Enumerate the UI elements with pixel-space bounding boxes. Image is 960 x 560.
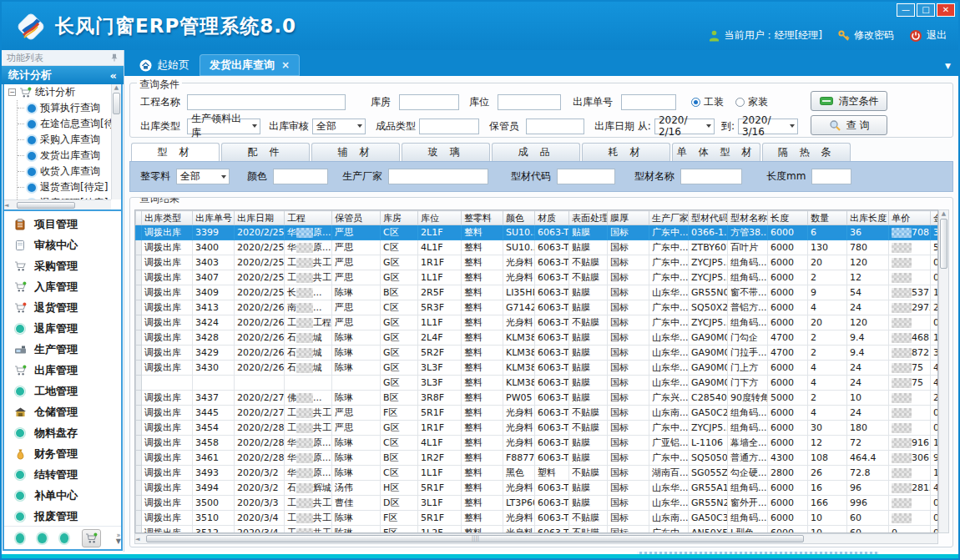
results-horizontal-scrollbar[interactable]: ◄|||| (134, 533, 938, 544)
table-row[interactable]: 调拨出库34372020/2/27佛...陈琳B区3R8F整料PW056063-… (136, 391, 939, 406)
table-row[interactable]: 调拨出库34242020/2/26工工程严思G区1L1F整料光身料6063-T5… (136, 315, 939, 330)
column-header[interactable]: 整零料 (462, 211, 503, 225)
pin-icon[interactable] (110, 53, 119, 62)
out-audit-select[interactable]: 全部 (312, 119, 366, 134)
column-header[interactable]: 材质 (535, 211, 569, 225)
material-tab[interactable]: 成 品 (492, 143, 580, 161)
tree-horizontal-scrollbar[interactable]: ◄ (4, 199, 111, 209)
column-header[interactable]: 库位 (418, 211, 462, 225)
sidebar-item[interactable]: 采购管理 (4, 255, 121, 276)
search-button[interactable]: 查 询 (811, 115, 887, 135)
table-row[interactable]: 调拨出库34302020/2/26石城陈琳G区3L3F整料KLM38176063… (136, 361, 939, 376)
table-row[interactable]: 调拨出库34282020/2/26石城陈琳G区2L4F整料KLM38176063… (136, 330, 939, 346)
profile-name-input[interactable] (680, 169, 742, 184)
tree-item[interactable]: 在途信息查询[待 (18, 116, 121, 132)
table-row[interactable]: 调拨出库35122020/3/4工共工程陈琳F区1L2F整料光身料6063-T5… (136, 526, 939, 534)
tree-expander-icon[interactable]: − (8, 88, 16, 96)
column-header[interactable]: 长度 (768, 211, 808, 225)
column-header[interactable]: 膜厚 (608, 211, 649, 225)
table-row[interactable]: 调拨出库35002020/3/3工共工程曹佳D区3L1F整料LT3P606063… (136, 496, 939, 511)
table-row[interactable]: 调拨出库34452020/2/27工共工程严思F区5R1F整料光身料6063-T… (136, 406, 939, 421)
tree-item[interactable]: 收货入库查询 (18, 164, 121, 179)
tree-item[interactable]: 发货出库查询 (18, 148, 121, 164)
table-row[interactable]: 调拨出库35102020/3/4工共工程陈琳F区5R1F整料光身料6063-T5… (136, 511, 939, 526)
material-tab[interactable]: 辅 材 (311, 143, 400, 161)
more-items-button[interactable]: »▼ (116, 532, 121, 544)
table-row[interactable]: 调拨出库34932020/3/2华原...陈琳C区1L1F整料黑色塑料不贴膜国标… (136, 466, 939, 481)
sidebar-item[interactable]: 生产管理 (4, 339, 121, 360)
column-header[interactable]: 生产厂家 (649, 211, 689, 225)
logout-link[interactable]: 退出 (909, 28, 947, 43)
tab-close-icon[interactable]: × (281, 59, 290, 71)
sidebar-item[interactable]: 入库管理 (4, 276, 121, 297)
column-header[interactable]: 库房 (381, 211, 418, 225)
column-header[interactable]: 表面处理 (569, 211, 608, 225)
homewear-radio[interactable] (735, 98, 745, 107)
close-button[interactable]: ✕ (937, 3, 955, 17)
workwear-radio[interactable] (691, 98, 700, 107)
material-tab[interactable]: 单 体 型 材 (672, 143, 760, 161)
circle-shortcut-icon[interactable] (38, 533, 46, 543)
table-row[interactable]: 调拨出库34132020/2/26南...严思C区5R3F整料G71422606… (136, 300, 939, 315)
circle-shortcut-icon[interactable] (60, 533, 68, 543)
results-vertical-scrollbar[interactable]: ▲ (938, 209, 949, 533)
tree-root[interactable]: − 统计分析 (4, 84, 121, 100)
tree-item[interactable]: 预算执行查询 (18, 100, 121, 116)
column-header[interactable]: 出库单号 (193, 211, 235, 225)
sidebar-item[interactable]: 报废管理 (4, 506, 121, 526)
location-input[interactable] (498, 94, 561, 110)
table-row[interactable]: 调拨出库34002020/2/25华原...严思C区4L1F整料SU10...6… (136, 240, 939, 255)
column-header[interactable]: 保管员 (332, 211, 381, 225)
table-row[interactable]: 调拨出库34092020/2/25长...陈琳B区2R5F整料LI35HD606… (136, 285, 939, 300)
warehouse-input[interactable] (399, 94, 459, 110)
sidebar-item[interactable]: 退货管理 (4, 297, 121, 318)
column-header[interactable]: 型材代码 (689, 211, 728, 225)
collapse-icon[interactable]: « (110, 69, 117, 82)
length-input[interactable] (811, 169, 851, 184)
date-to-picker[interactable]: 2020/ 3/16 (738, 119, 798, 134)
material-tab[interactable]: 隔 热 条 (762, 143, 851, 161)
stat-analysis-header[interactable]: 统计分析 « (2, 66, 124, 84)
maximize-button[interactable]: □ (917, 3, 935, 17)
column-header[interactable]: 单价 (889, 211, 931, 225)
sidebar-item[interactable]: 补单中心 (4, 485, 121, 506)
sidebar-item[interactable]: 结转管理 (4, 464, 121, 485)
column-header[interactable]: 工程 (285, 211, 332, 225)
sidebar-item[interactable]: 工地管理 (4, 381, 121, 401)
cart-shortcut-button[interactable] (82, 529, 101, 547)
color-input[interactable] (273, 169, 328, 184)
column-header[interactable]: 金额 (931, 211, 939, 225)
circle-shortcut-icon[interactable] (16, 533, 24, 543)
tab-home[interactable]: 起始页 (129, 54, 200, 76)
column-header[interactable]: 出库长度 (847, 211, 889, 225)
profile-code-input[interactable] (557, 169, 615, 184)
sidebar-item[interactable]: 物料盘存 (4, 422, 121, 443)
column-header[interactable]: 出库日期 (235, 211, 285, 225)
table-row[interactable]: 调拨出库34582020/2/28华原...陈琳C区4L1F整料光身料6063-… (136, 436, 939, 451)
tab-shipping-outbound-query[interactable]: 发货出库查询 × (200, 54, 300, 76)
table-row[interactable]: 调拨出库33992020/2/25华原...严思C区2L1F整料SU10...6… (136, 225, 939, 240)
material-tab[interactable]: 耗 材 (582, 143, 670, 161)
column-header[interactable]: 型材名称 (728, 211, 768, 225)
manufacturer-input[interactable] (388, 169, 488, 184)
table-row[interactable]: 调拨出库34612020/2/28华原...陈琳B区1R2F整料F8877FT6… (136, 451, 939, 466)
minimize-button[interactable]: — (897, 3, 915, 17)
column-header[interactable]: 出库类型 (142, 211, 193, 225)
product-type-input[interactable] (419, 119, 479, 134)
sidebar-item[interactable]: 项目管理 (4, 214, 121, 235)
keeper-input[interactable] (526, 119, 584, 134)
whole-part-select[interactable]: 全部 (176, 169, 230, 184)
tree-item[interactable]: 采购入库查询 (18, 132, 121, 148)
table-row[interactable]: 调拨出库34072020/2/25工共工程严思G区1L1F整料光身料6063-T… (136, 270, 939, 285)
column-header[interactable]: 颜色 (503, 211, 535, 225)
material-tab[interactable]: 配 件 (221, 143, 310, 161)
order-no-input[interactable] (621, 94, 676, 110)
tab-overflow-caret-icon[interactable]: ▼ (945, 62, 951, 70)
sidebar-item[interactable]: 出库管理 (4, 360, 121, 381)
out-type-select[interactable]: 生产领料出库 (187, 119, 260, 134)
sidebar-item[interactable]: 退库管理 (4, 318, 121, 339)
table-row[interactable]: 调拨出库34542020/2/28工共工程严思G区1R1F整料光身料6063-T… (136, 421, 939, 436)
table-row[interactable]: 调拨出库34292020/2/26石城陈琳G区5R2F整料KLM38176063… (136, 346, 939, 361)
column-header[interactable]: 数量 (808, 211, 847, 225)
material-tab[interactable]: 型 材 (131, 143, 220, 161)
